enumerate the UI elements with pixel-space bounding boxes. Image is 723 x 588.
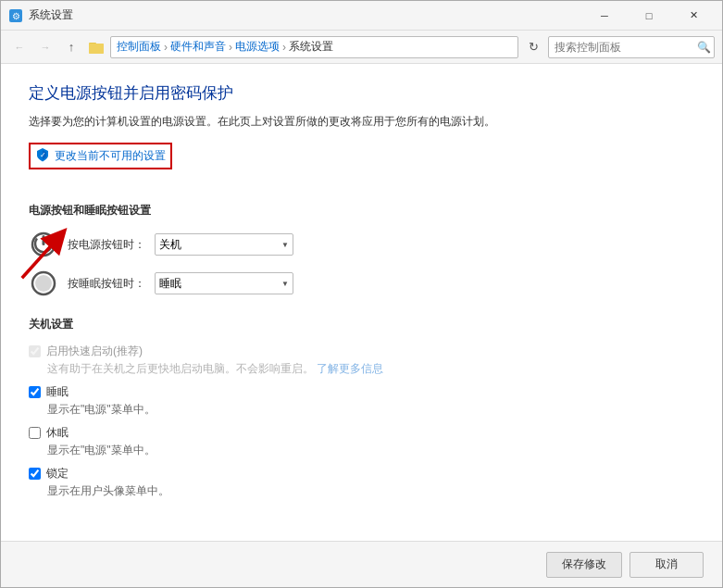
sleep-button-row: 按睡眠按钮时： 睡眠 ▼ xyxy=(29,269,694,298)
power-buttons-title: 电源按钮和睡眠按钮设置 xyxy=(29,203,694,220)
folder-icon xyxy=(88,39,105,56)
power-button-label: 按电源按钮时： xyxy=(68,237,145,253)
minimize-button[interactable]: ─ xyxy=(583,1,626,31)
svg-rect-9 xyxy=(43,235,45,245)
main-content: 定义电源按钮并启用密码保护 选择要为您的计算机设置的电源设置。在此页上对设置所做… xyxy=(1,64,722,541)
address-bar: ← → ↑ 控制面板 › 硬件和声音 › 电源选项 › 系统设置 ↻ 🔍 xyxy=(1,31,722,64)
fast-startup-desc: 这有助于在关机之后更快地启动电脑。不会影响重启。 了解更多信息 xyxy=(47,361,694,377)
system-settings-window: ⚙ 系统设置 ─ □ ✕ ← → ↑ 控制面板 › 硬件和声音 › 电源选项 xyxy=(0,0,723,588)
power-icon xyxy=(29,230,58,259)
power-button-row: 按电源按钮时： 关机 ▼ xyxy=(29,230,694,259)
lock-row: 锁定 xyxy=(29,466,694,482)
sleep-shutdown-checkbox[interactable] xyxy=(29,386,41,398)
sleep-shutdown-row: 睡眠 xyxy=(29,384,694,400)
fast-startup-row: 启用快速启动(推荐) xyxy=(29,344,694,359)
breadcrumb: 控制面板 › 硬件和声音 › 电源选项 › 系统设置 xyxy=(110,36,518,58)
shutdown-title: 关机设置 xyxy=(29,317,694,334)
breadcrumb-hardware[interactable]: 硬件和声音 xyxy=(170,39,226,55)
shield-icon: ✓ xyxy=(35,147,50,165)
page-title: 定义电源按钮并启用密码保护 xyxy=(29,82,694,104)
hibernate-label: 休眠 xyxy=(46,425,69,441)
search-input[interactable] xyxy=(548,36,715,58)
breadcrumb-current: 系统设置 xyxy=(289,39,333,55)
sleep-shutdown-label: 睡眠 xyxy=(46,384,69,400)
sleep-button-value: 睡眠 xyxy=(159,276,181,292)
forward-button[interactable]: → xyxy=(34,36,56,58)
power-button-dropdown[interactable]: 关机 ▼ xyxy=(155,233,293,256)
window-title: 系统设置 xyxy=(29,7,583,23)
refresh-button[interactable]: ↻ xyxy=(522,36,544,58)
breadcrumb-controlpanel[interactable]: 控制面板 xyxy=(117,39,161,55)
shutdown-section: 关机设置 启用快速启动(推荐) 这有助于在关机之后更快地启动电脑。不会影响重启。… xyxy=(29,317,694,499)
search-button[interactable]: 🔍 xyxy=(696,40,711,55)
sleep-dropdown-arrow: ▼ xyxy=(281,280,289,288)
sleep-button-dropdown[interactable]: 睡眠 ▼ xyxy=(155,272,293,294)
search-wrap: 🔍 xyxy=(548,36,715,58)
power-dropdown-arrow: ▼ xyxy=(281,241,289,249)
up-button[interactable]: ↑ xyxy=(60,36,82,58)
maximize-button[interactable]: □ xyxy=(628,1,670,31)
change-settings-button[interactable]: ✓ 更改当前不可用的设置 xyxy=(29,143,172,169)
page-subtitle: 选择要为您的计算机设置的电源设置。在此页上对设置所做的更改将应用于您所有的电源计… xyxy=(29,113,694,130)
breadcrumb-power[interactable]: 电源选项 xyxy=(235,39,280,55)
sleep-button-label: 按睡眠按钮时： xyxy=(68,276,145,292)
sleep-shutdown-desc: 显示在"电源"菜单中。 xyxy=(47,402,694,418)
change-settings-label: 更改当前不可用的设置 xyxy=(55,148,166,164)
svg-rect-4 xyxy=(89,44,104,54)
title-bar: ⚙ 系统设置 ─ □ ✕ xyxy=(1,1,722,31)
svg-text:⚙: ⚙ xyxy=(12,11,20,21)
svg-text:✓: ✓ xyxy=(40,151,46,159)
svg-point-11 xyxy=(35,275,52,292)
sleep-icon xyxy=(29,269,58,298)
lock-label: 锁定 xyxy=(46,466,69,482)
change-settings-container: ✓ 更改当前不可用的设置 xyxy=(29,143,694,186)
learn-more-link[interactable]: 了解更多信息 xyxy=(317,362,383,375)
power-buttons-section: 电源按钮和睡眠按钮设置 按电源按钮时： 关机 ▼ xyxy=(29,203,694,298)
hibernate-row: 休眠 xyxy=(29,425,694,441)
fast-startup-label: 启用快速启动(推荐) xyxy=(46,344,143,359)
fast-startup-checkbox[interactable] xyxy=(29,345,41,357)
lock-checkbox[interactable] xyxy=(29,468,41,480)
hibernate-checkbox[interactable] xyxy=(29,427,41,439)
back-button[interactable]: ← xyxy=(8,36,31,58)
footer: 保存修改 取消 xyxy=(1,541,722,587)
save-button[interactable]: 保存修改 xyxy=(546,552,622,578)
cancel-button[interactable]: 取消 xyxy=(630,552,704,578)
window-icon: ⚙ xyxy=(8,8,23,23)
window-controls: ─ □ ✕ xyxy=(583,1,715,31)
close-button[interactable]: ✕ xyxy=(672,1,715,31)
hibernate-desc: 显示在"电源"菜单中。 xyxy=(47,443,694,458)
power-button-value: 关机 xyxy=(159,237,181,253)
lock-desc: 显示在用户头像菜单中。 xyxy=(47,483,694,499)
